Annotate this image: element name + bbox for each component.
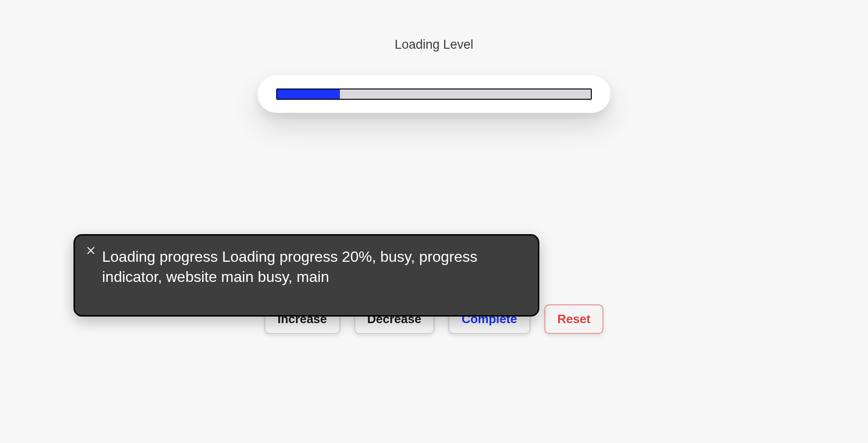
accessibility-tooltip: Loading progress Loading progress 20%, b… (74, 234, 539, 317)
tooltip-text: Loading progress Loading progress 20%, b… (102, 247, 524, 287)
page-title: Loading Level (395, 37, 473, 52)
progress-bar (276, 89, 592, 100)
close-icon[interactable] (85, 245, 96, 256)
main-container: Loading Level Increase Decrease Complete… (0, 0, 868, 443)
progress-bar-fill (277, 89, 340, 99)
reset-button[interactable]: Reset (544, 304, 603, 334)
progress-card (257, 75, 611, 113)
